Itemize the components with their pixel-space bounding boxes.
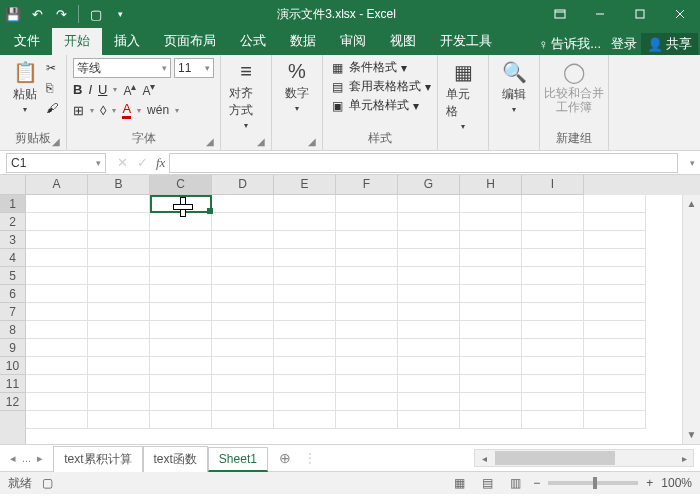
cell[interactable] [26, 321, 88, 339]
enter-icon[interactable]: ✓ [132, 155, 152, 170]
cell[interactable] [26, 213, 88, 231]
cells-button[interactable]: ▦单元格▾ [444, 58, 482, 133]
redo-icon[interactable]: ↷ [54, 7, 68, 21]
row-header[interactable]: 9 [0, 339, 25, 357]
save-icon[interactable]: 💾 [6, 7, 20, 21]
cell[interactable] [336, 195, 398, 213]
dialog-launcher-icon[interactable]: ◢ [257, 136, 265, 147]
cell[interactable] [522, 321, 584, 339]
cell[interactable] [336, 321, 398, 339]
cell[interactable] [522, 375, 584, 393]
tab-insert[interactable]: 插入 [102, 28, 152, 55]
cell[interactable] [26, 285, 88, 303]
cell[interactable] [584, 195, 646, 213]
cell[interactable] [522, 339, 584, 357]
cell[interactable] [26, 267, 88, 285]
cell[interactable] [522, 393, 584, 411]
cell[interactable] [584, 303, 646, 321]
cell[interactable] [398, 285, 460, 303]
cell[interactable] [460, 393, 522, 411]
cell[interactable] [522, 195, 584, 213]
cell[interactable] [88, 411, 150, 429]
cell[interactable] [88, 375, 150, 393]
border-button[interactable]: ⊞ [73, 103, 84, 118]
cell[interactable] [150, 393, 212, 411]
tab-file[interactable]: 文件 [2, 28, 52, 55]
cell[interactable] [522, 249, 584, 267]
sheet-tab[interactable]: text累积计算 [53, 446, 142, 472]
cells-area[interactable] [26, 195, 700, 429]
maximize-button[interactable] [620, 0, 660, 28]
tab-developer[interactable]: 开发工具 [428, 28, 504, 55]
cell[interactable] [274, 285, 336, 303]
cell[interactable] [26, 375, 88, 393]
cell[interactable] [150, 303, 212, 321]
cell[interactable] [584, 339, 646, 357]
cell[interactable] [336, 375, 398, 393]
cell[interactable] [398, 195, 460, 213]
row-header[interactable]: 7 [0, 303, 25, 321]
cell[interactable] [398, 375, 460, 393]
cell[interactable] [460, 303, 522, 321]
undo-icon[interactable]: ↶ [30, 7, 44, 21]
col-header[interactable]: I [522, 175, 584, 195]
cell[interactable] [398, 393, 460, 411]
col-header[interactable]: D [212, 175, 274, 195]
cancel-icon[interactable]: ✕ [112, 155, 132, 170]
cell[interactable] [150, 375, 212, 393]
cell[interactable] [88, 195, 150, 213]
row-header[interactable]: 8 [0, 321, 25, 339]
cell[interactable] [336, 393, 398, 411]
row-header[interactable]: 2 [0, 213, 25, 231]
cell[interactable] [212, 321, 274, 339]
tab-data[interactable]: 数据 [278, 28, 328, 55]
cell[interactable] [584, 267, 646, 285]
cell[interactable] [150, 195, 212, 213]
cell[interactable] [522, 285, 584, 303]
name-box[interactable]: C1▾ [6, 153, 106, 173]
cell[interactable] [336, 213, 398, 231]
zoom-slider[interactable] [548, 481, 638, 485]
cell[interactable] [274, 357, 336, 375]
sheet-tab[interactable]: text函数 [143, 446, 208, 472]
grow-font-button[interactable]: A▴ [123, 81, 136, 98]
cell[interactable] [522, 267, 584, 285]
cell[interactable] [584, 411, 646, 429]
cell[interactable] [212, 393, 274, 411]
scroll-up-icon[interactable]: ▲ [683, 195, 700, 213]
cell[interactable] [336, 303, 398, 321]
paste-button[interactable]: 📋 粘贴 ▾ [6, 58, 44, 116]
cell[interactable] [460, 267, 522, 285]
cell[interactable] [274, 303, 336, 321]
minimize-button[interactable] [580, 0, 620, 28]
cell-style-button[interactable]: ▣单元格样式 ▾ [329, 96, 419, 115]
cell[interactable] [398, 231, 460, 249]
cell[interactable] [26, 357, 88, 375]
cell[interactable] [274, 231, 336, 249]
copy-icon[interactable]: ⎘ [46, 81, 58, 95]
cell[interactable] [274, 321, 336, 339]
cell[interactable] [274, 339, 336, 357]
cell[interactable] [274, 393, 336, 411]
cell[interactable] [88, 339, 150, 357]
cell[interactable] [460, 357, 522, 375]
qat-customize-icon[interactable]: ▾ [113, 7, 127, 21]
cell[interactable] [150, 321, 212, 339]
cell[interactable] [88, 213, 150, 231]
cell[interactable] [274, 375, 336, 393]
cell[interactable] [88, 303, 150, 321]
cell[interactable] [584, 213, 646, 231]
new-file-icon[interactable]: ▢ [89, 7, 103, 21]
select-all-button[interactable] [0, 175, 25, 195]
cell[interactable] [460, 321, 522, 339]
row-header[interactable]: 11 [0, 375, 25, 393]
cell[interactable] [212, 375, 274, 393]
cell[interactable] [398, 213, 460, 231]
ribbon-options-button[interactable] [540, 0, 580, 28]
cell[interactable] [584, 357, 646, 375]
cell[interactable] [274, 213, 336, 231]
cell[interactable] [88, 393, 150, 411]
scroll-down-icon[interactable]: ▼ [683, 426, 700, 444]
align-button[interactable]: ≡对齐方式▾ [227, 58, 265, 132]
cell[interactable] [26, 411, 88, 429]
